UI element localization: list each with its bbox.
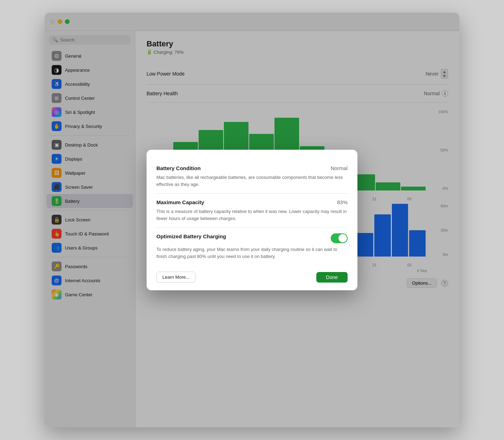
modal-content: Battery Condition Normal Mac batteries, … xyxy=(147,150,357,265)
battery-condition-header: Battery Condition Normal xyxy=(156,165,348,171)
max-capacity-header: Maximum Capacity 83% xyxy=(156,199,348,205)
battery-condition-desc: Mac batteries, like all rechargeable bat… xyxy=(156,174,348,188)
learn-more-button[interactable]: Learn More... xyxy=(156,272,195,283)
toggle-knob xyxy=(338,234,347,242)
max-capacity-section: Maximum Capacity 83% This is a measure o… xyxy=(156,194,348,228)
modal-overlay: Battery Condition Normal Mac batteries, … xyxy=(45,13,459,427)
optimized-charging-section: Optimized Battery Charging To reduce bat… xyxy=(156,228,348,265)
battery-condition-value: Normal xyxy=(331,165,348,171)
optimized-charging-header: Optimized Battery Charging xyxy=(156,233,348,243)
max-capacity-desc: This is a measure of battery capacity re… xyxy=(156,208,348,222)
optimized-charging-title: Optimized Battery Charging xyxy=(156,233,226,239)
battery-health-modal: Battery Condition Normal Mac batteries, … xyxy=(147,150,357,290)
optimized-charging-toggle[interactable] xyxy=(331,233,348,243)
max-capacity-value: 83% xyxy=(337,199,348,205)
modal-footer: Learn More... Done xyxy=(147,265,357,290)
optimized-charging-desc: To reduce battery aging, your Mac learns… xyxy=(156,246,348,260)
done-button[interactable]: Done xyxy=(316,272,348,283)
battery-condition-section: Battery Condition Normal Mac batteries, … xyxy=(156,160,348,194)
main-window: 🔍 ⚙ General ◑ Appearance ♿ Accessibility… xyxy=(45,13,459,427)
max-capacity-title: Maximum Capacity xyxy=(156,199,204,205)
battery-condition-title: Battery Condition xyxy=(156,165,201,171)
